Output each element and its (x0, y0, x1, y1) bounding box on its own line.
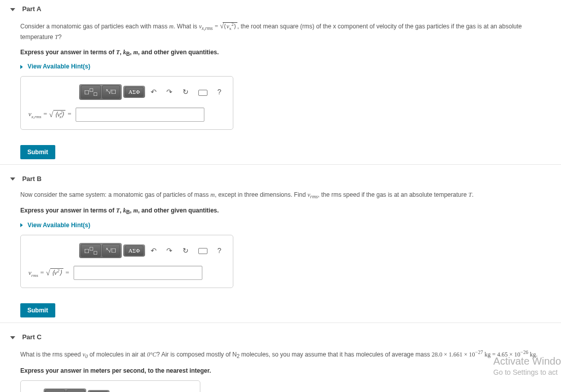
part-b-input-row: vrms = √⟨v2⟩ = (28, 266, 225, 280)
part-b-submit-button[interactable]: Submit (20, 303, 55, 317)
part-b-lhs: vrms = √⟨v2⟩ = (28, 268, 74, 278)
template-button[interactable]: ☐☐☐ (81, 85, 101, 99)
part-a-toolbar: ☐☐☐ x√☐ ΑΣΦ ↶ ↷ ↻ ? (79, 84, 225, 100)
keyboard-icon (198, 248, 207, 254)
part-a-answer-box: ☐☐☐ x√☐ ΑΣΦ ↶ ↷ ↻ ? vx,rms = √⟨v2x⟩ = (20, 76, 233, 130)
part-a-answer-input[interactable] (76, 108, 204, 122)
part-b-question: Now consider the same system: a monatomi… (20, 190, 546, 201)
caret-down-icon (10, 177, 15, 181)
help-button[interactable]: ? (217, 88, 221, 96)
redo-button[interactable]: ↷ (166, 246, 172, 255)
template-button[interactable]: ☐☐☐ (81, 244, 101, 258)
part-a-submit-button[interactable]: Submit (20, 145, 55, 159)
toolbar-group-greek: ΑΣΦ (88, 390, 109, 392)
keyboard-button[interactable] (198, 246, 207, 255)
divider (0, 323, 561, 323)
part-a-title: Part A (22, 5, 42, 13)
part-c-toolbar: ☐☐☐ x√☐ ΑΣΦ ↶ ↷ ↻ ? (44, 388, 192, 392)
reset-button[interactable]: ↻ (183, 246, 189, 255)
divider (0, 164, 561, 165)
reset-button[interactable]: ↻ (183, 88, 189, 96)
part-b-header[interactable]: Part B (0, 170, 561, 188)
keyboard-icon (198, 90, 207, 96)
toolbar-group: ☐☐☐ x√☐ (79, 243, 122, 259)
toolbar-group-greek: ΑΣΦ (123, 244, 145, 257)
template-button[interactable]: ☐☐☐ (45, 389, 65, 392)
caret-down-icon (10, 336, 15, 339)
caret-down-icon (10, 8, 15, 11)
part-a-lhs: vx,rms = √⟨v2x⟩ = (28, 110, 76, 119)
part-c-title: Part C (22, 333, 42, 341)
help-button[interactable]: ? (217, 246, 221, 255)
root-button[interactable]: x√☐ (102, 244, 120, 258)
part-a-question: Consider a monatomic gas of particles ea… (20, 20, 546, 43)
keyboard-button[interactable] (198, 88, 207, 96)
part-a-hints-link[interactable]: View Available Hint(s) (20, 63, 546, 70)
part-b-answer-box: ☐☐☐ x√☐ ΑΣΦ ↶ ↷ ↻ ? vrms = √⟨v2⟩ = (20, 235, 233, 289)
part-a-header[interactable]: Part A (0, 0, 561, 18)
toolbar-group: ☐☐☐ x√☐ (44, 388, 86, 392)
watermark: Activate Windo Go to Settings to act (494, 354, 561, 377)
part-a-input-row: vx,rms = √⟨v2x⟩ = (28, 108, 225, 122)
part-b-hints-link[interactable]: View Available Hint(s) (20, 222, 546, 229)
undo-button[interactable]: ↶ (151, 88, 157, 96)
toolbar-group-greek: ΑΣΦ (123, 86, 145, 98)
part-a-express: Express your answer in terms of T, kB, m… (20, 49, 546, 57)
root-button[interactable]: x√☐ (66, 389, 85, 392)
part-c-answer-box: ☐☐☐ x√☐ ΑΣΦ ↶ ↷ ↻ ? v0 = m/s (20, 380, 200, 392)
part-c-question: What is the rms speed v0 of molecules in… (20, 348, 546, 361)
part-c-header[interactable]: Part C (0, 328, 561, 346)
part-b-answer-input[interactable] (74, 266, 202, 280)
caret-right-icon (20, 223, 23, 227)
caret-right-icon (20, 65, 23, 69)
part-c-content: What is the rms speed v0 of molecules in… (0, 346, 561, 392)
part-c-express: Express your answer in meters per second… (20, 367, 546, 374)
part-b-content: Now consider the same system: a monatomi… (0, 188, 561, 296)
greek-button[interactable]: ΑΣΦ (125, 245, 143, 256)
part-a-content: Consider a monatomic gas of particles ea… (0, 18, 561, 137)
greek-button[interactable]: ΑΣΦ (125, 87, 143, 97)
toolbar-group: ☐☐☐ x√☐ (79, 84, 122, 100)
part-b-express: Express your answer in terms of T, kB, m… (20, 207, 546, 215)
part-b-toolbar: ☐☐☐ x√☐ ΑΣΦ ↶ ↷ ↻ ? (79, 243, 225, 259)
root-button[interactable]: x√☐ (102, 85, 120, 99)
part-b-title: Part B (22, 175, 42, 183)
redo-button[interactable]: ↷ (166, 88, 172, 96)
undo-button[interactable]: ↶ (151, 246, 157, 255)
